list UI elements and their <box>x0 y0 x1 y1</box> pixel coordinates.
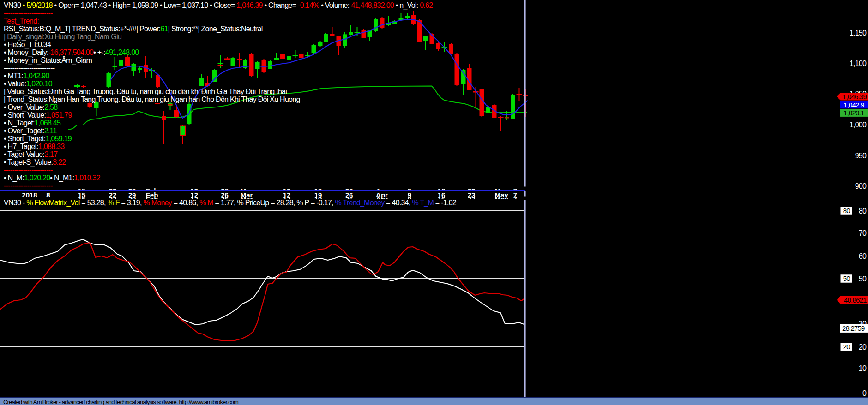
svg-text:80: 80 <box>843 207 850 214</box>
svg-text:80: 80 <box>859 207 867 215</box>
svg-text:1,000: 1,000 <box>850 121 867 129</box>
svg-text:60: 60 <box>859 252 867 260</box>
svg-text:1,150: 1,150 <box>850 29 867 37</box>
svg-text:50: 50 <box>843 274 850 282</box>
svg-text:28.2759: 28.2759 <box>842 324 865 332</box>
svg-text:10: 10 <box>859 364 867 372</box>
svg-text:1,046.39: 1,046.39 <box>843 93 867 101</box>
svg-text:50: 50 <box>859 275 867 283</box>
svg-text:1,100: 1,100 <box>850 60 867 67</box>
svg-text:70: 70 <box>859 229 867 237</box>
svg-text:950: 950 <box>855 152 867 160</box>
svg-text:1,042.9: 1,042.9 <box>844 101 864 109</box>
svg-text:1,020.1: 1,020.1 <box>844 109 864 117</box>
svg-text:20: 20 <box>843 343 850 351</box>
svg-text:0: 0 <box>862 389 867 397</box>
svg-text:40.8621: 40.8621 <box>844 296 867 304</box>
svg-text:20: 20 <box>859 343 867 351</box>
